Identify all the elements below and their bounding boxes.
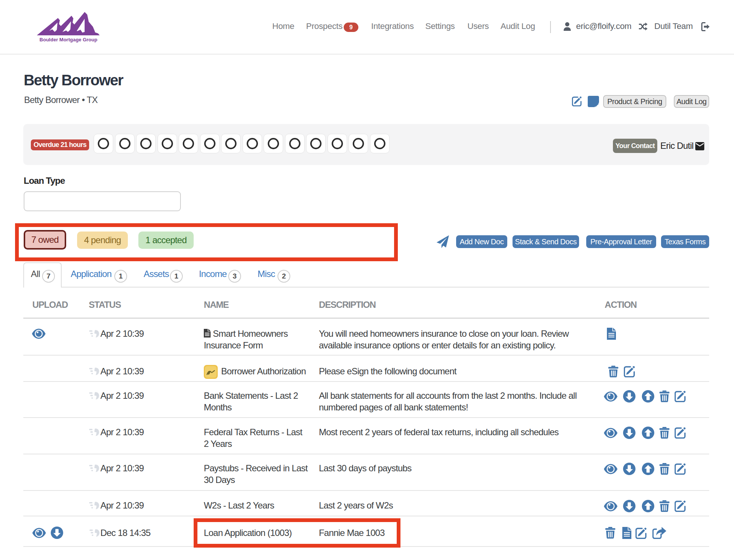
svg-text:Boulder Mortgage Group: Boulder Mortgage Group (39, 37, 97, 42)
